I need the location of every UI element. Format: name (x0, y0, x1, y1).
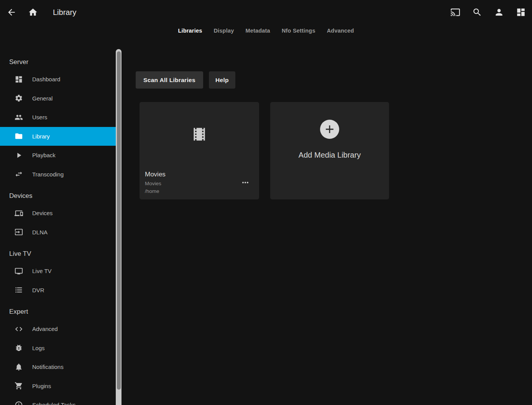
card-path: /home (145, 188, 159, 194)
sidebar-item-users[interactable]: Users (0, 108, 116, 127)
sidebar-item-label: General (32, 95, 53, 102)
code-icon (14, 324, 23, 334)
tab-display[interactable]: Display (213, 26, 235, 35)
cast-icon (450, 7, 460, 17)
clock-icon (14, 400, 23, 405)
gear-icon (14, 94, 23, 103)
list-icon (14, 285, 23, 295)
sidebar-item-label: DVR (32, 287, 44, 293)
sidebar: Server Dashboard General Users Library P… (0, 50, 116, 405)
dashboard-grid-button[interactable] (516, 7, 526, 18)
folder-icon (14, 132, 23, 141)
sidebar-item-dlna[interactable]: DLNA (0, 223, 116, 242)
tv-icon (14, 267, 23, 276)
plus-icon (320, 120, 339, 139)
sidebar-item-dvr[interactable]: DVR (0, 281, 116, 300)
user-icon (494, 7, 504, 17)
sidebar-item-playback[interactable]: Playback (0, 146, 116, 165)
user-button[interactable] (494, 7, 504, 18)
play-icon (14, 151, 23, 160)
cast-button[interactable] (450, 7, 461, 18)
bell-icon (14, 362, 23, 372)
film-strip-icon (191, 126, 208, 143)
home-icon (28, 7, 38, 17)
sidebar-heading-live-tv: Live TV (0, 246, 116, 262)
swap-arrows-icon (14, 170, 23, 179)
card-type: Movies (145, 181, 161, 186)
sidebar-item-label: Scheduled Tasks (32, 402, 76, 405)
sidebar-item-label: Dashboard (32, 76, 60, 82)
sidebar-item-notifications[interactable]: Notifications (0, 357, 116, 377)
sidebar-item-general[interactable]: General (0, 89, 116, 108)
page-title: Library (53, 8, 76, 17)
back-icon (7, 7, 16, 17)
topbar: Library (0, 0, 532, 25)
dashboard-grid-icon (516, 7, 526, 17)
sidebar-item-label: Playback (32, 152, 56, 158)
bug-icon (14, 343, 23, 352)
sidebar-item-dashboard[interactable]: Dashboard (0, 70, 116, 89)
add-media-library-card[interactable]: Add Media Library (270, 102, 389, 199)
sidebar-item-label: Notifications (32, 364, 64, 370)
sidebar-item-label: Transcoding (32, 171, 64, 178)
sidebar-item-label: Logs (32, 345, 45, 351)
help-button[interactable]: Help (209, 71, 235, 89)
home-button[interactable] (28, 7, 38, 18)
sidebar-item-label: Library (32, 133, 50, 140)
tab-advanced[interactable]: Advanced (326, 26, 355, 35)
sidebar-item-library[interactable]: Library (0, 127, 116, 146)
more-dots-icon (241, 178, 250, 187)
sidebar-heading-server: Server (0, 54, 116, 70)
settings-tabs: Libraries Display Metadata Nfo Settings … (0, 25, 532, 37)
sidebar-item-label: Advanced (32, 326, 58, 332)
sidebar-item-label: Plugins (32, 383, 51, 389)
card-menu-button[interactable] (240, 177, 251, 188)
sidebar-item-transcoding[interactable]: Transcoding (0, 165, 116, 184)
sidebar-item-devices[interactable]: Devices (0, 204, 116, 223)
users-icon (14, 113, 23, 122)
devices-icon (14, 209, 23, 218)
search-button[interactable] (472, 7, 483, 18)
back-button[interactable] (6, 7, 17, 18)
sidebar-item-label: Devices (32, 210, 53, 216)
card-title: Movies (145, 171, 166, 178)
sidebar-item-live-tv[interactable]: Live TV (0, 262, 116, 281)
sidebar-heading-devices: Devices (0, 188, 116, 204)
library-card-movies[interactable]: Movies Movies /home (140, 102, 259, 199)
search-icon (472, 7, 482, 17)
sidebar-item-advanced[interactable]: Advanced (0, 319, 116, 339)
tab-nfo-settings[interactable]: Nfo Settings (281, 26, 316, 35)
tab-libraries[interactable]: Libraries (177, 26, 203, 35)
sidebar-scrollbar-thumb[interactable] (117, 51, 121, 390)
sidebar-item-plugins[interactable]: Plugins (0, 377, 116, 396)
tab-metadata[interactable]: Metadata (245, 26, 271, 35)
sidebar-item-label: Users (32, 114, 47, 120)
input-icon (14, 227, 23, 237)
sidebar-item-label: Live TV (32, 268, 52, 274)
sidebar-scrollbar-track[interactable] (116, 49, 122, 405)
sidebar-heading-expert: Expert (0, 304, 116, 319)
add-media-library-label: Add Media Library (270, 151, 389, 160)
sidebar-item-scheduled-tasks[interactable]: Scheduled Tasks (0, 395, 116, 405)
sidebar-item-label: DLNA (32, 229, 48, 235)
cart-icon (14, 381, 23, 390)
sidebar-item-logs[interactable]: Logs (0, 339, 116, 358)
dashboard-icon (14, 75, 23, 84)
scan-all-libraries-button[interactable]: Scan All Libraries (136, 71, 203, 89)
